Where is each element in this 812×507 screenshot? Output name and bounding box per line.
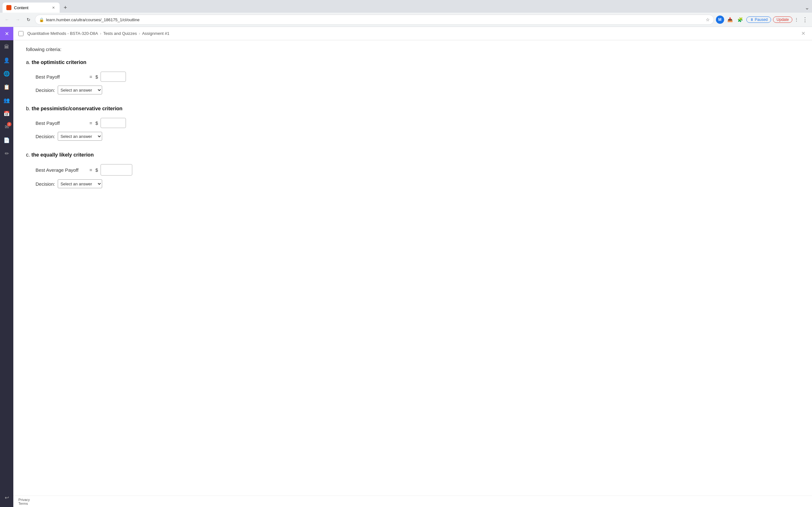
decision-label-b: Decision: — [36, 134, 55, 139]
sidebar-item-globe[interactable]: 🌐 — [0, 67, 13, 80]
paused-button[interactable]: ⏸ Paused — [746, 16, 771, 23]
breadcrumb-course[interactable]: Quantitative Methods - BSTA-320-D8A — [27, 31, 98, 36]
profile-icon: 👤 — [3, 57, 10, 63]
reload-button[interactable]: ↻ — [24, 15, 33, 24]
bookmark-icon[interactable]: ☆ — [706, 17, 710, 22]
dollar-b: $ — [96, 120, 98, 126]
extension-icon-2[interactable]: 🧩 — [736, 15, 745, 24]
decision-label-a: Decision: — [36, 88, 55, 93]
tab-favicon — [6, 5, 11, 10]
tab-bar: Content ✕ + ⌄ — [0, 0, 812, 13]
sidebar-item-calendar[interactable]: 📅 — [0, 107, 13, 120]
lock-icon: 🔒 — [39, 17, 44, 22]
update-more-icon[interactable]: ⋮ — [794, 17, 799, 22]
intro-text: following criteria: — [26, 47, 799, 52]
payoff-input-c[interactable] — [101, 164, 132, 176]
sidebar-item-grades[interactable]: 📄 — [0, 133, 13, 147]
calendar-icon: 📅 — [3, 111, 10, 117]
criterion-text-b: the pessimistic/conservative criterion — [32, 106, 122, 111]
browser-chrome: Content ✕ + ⌄ ← → ↻ 🔒 learn.humber.ca/ul… — [0, 0, 812, 27]
main-content: following criteria: a. the optimistic cr… — [13, 40, 812, 496]
breadcrumb-checkbox[interactable] — [18, 31, 23, 36]
equals-c: = — [90, 167, 92, 173]
update-button[interactable]: Update — [773, 16, 792, 23]
sidebar-close-button[interactable]: ✕ — [0, 27, 13, 40]
sidebar-bottom: ↩ — [0, 491, 13, 507]
sidebar-item-institution[interactable]: 🏛 — [0, 40, 13, 54]
criterion-prefix-a: a. — [26, 60, 32, 65]
field-row-c: Best Average Payoff = $ — [36, 164, 799, 176]
payoff-label-a: Best Payoff — [36, 74, 86, 79]
decision-row-a: Decision: Select an answer — [36, 86, 799, 95]
criterion-prefix-c: c. — [26, 152, 32, 158]
payoff-label-c: Best Average Payoff — [36, 167, 86, 173]
update-label: Update — [776, 17, 789, 22]
sidebar-item-list[interactable]: 📋 — [0, 80, 13, 94]
payoff-input-b[interactable] — [101, 118, 126, 128]
close-icon: ✕ — [5, 31, 9, 37]
list-icon: 📋 — [3, 84, 10, 90]
criterion-label-c: c. the equally likely criterion — [26, 152, 799, 158]
sidebar-item-edit[interactable]: ✏ — [0, 147, 13, 160]
decision-select-b[interactable]: Select an answer — [58, 132, 102, 141]
sidebar-item-back[interactable]: ↩ — [0, 491, 13, 504]
browser-menu-button[interactable]: ⋮ — [801, 15, 809, 24]
breadcrumb-assignment: Assignment #1 — [142, 31, 169, 36]
decision-row-c: Decision: Select an answer — [36, 179, 799, 188]
decision-label-c: Decision: — [36, 181, 55, 187]
sidebar-item-profile[interactable]: 👤 — [0, 54, 13, 67]
institution-icon: 🏛 — [4, 44, 9, 50]
address-icons: ☆ — [706, 17, 710, 22]
criterion-text-a: the optimistic criterion — [32, 60, 86, 65]
active-tab[interactable]: Content ✕ — [3, 3, 60, 13]
privacy-footer: Privacy Terms — [13, 496, 812, 507]
sidebar: ✕ 🏛 👤 🌐 📋 👥 📅 ✉ 2 📄 ✏ — [0, 27, 13, 507]
groups-icon: 👥 — [3, 97, 10, 103]
new-tab-button[interactable]: + — [61, 3, 70, 12]
tab-close-button[interactable]: ✕ — [51, 5, 56, 10]
criterion-label-b: b. the pessimistic/conservative criterio… — [26, 106, 799, 112]
criterion-text-c: the equally likely criterion — [32, 152, 94, 158]
edit-icon: ✏ — [5, 151, 9, 157]
address-bar-row: ← → ↻ 🔒 learn.humber.ca/ultra/courses/_1… — [0, 13, 812, 26]
dollar-c: $ — [96, 167, 98, 173]
back-icon: ↩ — [5, 495, 9, 501]
breadcrumb-close-button[interactable]: ✕ — [799, 30, 807, 38]
window-menu-icon[interactable]: ⌄ — [805, 4, 809, 11]
url-text: learn.humber.ca/ultra/courses/_186175_1/… — [46, 17, 704, 22]
extension-icon-1[interactable]: 📥 — [726, 15, 734, 24]
criterion-prefix-b: b. — [26, 106, 32, 111]
app-wrapper: ✕ 🏛 👤 🌐 📋 👥 📅 ✉ 2 📄 ✏ — [0, 27, 812, 507]
forward-button[interactable]: → — [13, 15, 22, 24]
browser-right-icons: M 📥 🧩 ⏸ Paused Update ⋮ ⋮ — [716, 15, 809, 24]
field-row-b: Best Payoff = $ — [36, 118, 799, 128]
breadcrumb-sep-1: › — [100, 31, 101, 36]
sidebar-item-groups[interactable]: 👥 — [0, 94, 13, 107]
mail-badge: 2 — [7, 122, 11, 126]
equals-b: = — [90, 120, 92, 126]
criterion-section-b: b. the pessimistic/conservative criterio… — [26, 106, 799, 141]
paused-label: Paused — [755, 17, 768, 22]
terms-link[interactable]: Terms — [18, 502, 28, 505]
decision-select-a[interactable]: Select an answer — [58, 86, 102, 95]
criterion-section-c: c. the equally likely criterion Best Ave… — [26, 152, 799, 188]
field-row-a: Best Payoff = $ — [36, 72, 799, 82]
breadcrumb-bar: Quantitative Methods - BSTA-320-D8A › Te… — [13, 27, 812, 40]
dollar-a: $ — [96, 74, 98, 79]
criterion-label-a: a. the optimistic criterion — [26, 60, 799, 65]
profile-avatar[interactable]: M — [716, 15, 724, 24]
payoff-input-a[interactable] — [101, 72, 126, 82]
decision-select-c[interactable]: Select an answer — [58, 179, 102, 188]
equals-a: = — [90, 74, 92, 79]
back-button[interactable]: ← — [3, 15, 11, 24]
privacy-link[interactable]: Privacy — [18, 498, 30, 502]
criterion-section-a: a. the optimistic criterion Best Payoff … — [26, 60, 799, 95]
globe-icon: 🌐 — [3, 71, 10, 77]
sidebar-item-mail[interactable]: ✉ 2 — [0, 120, 13, 133]
breadcrumb-section[interactable]: Tests and Quizzes — [103, 31, 137, 36]
right-panel: Quantitative Methods - BSTA-320-D8A › Te… — [13, 27, 812, 507]
breadcrumb-sep-2: › — [139, 31, 140, 36]
decision-row-b: Decision: Select an answer — [36, 132, 799, 141]
paused-icon: ⏸ — [750, 17, 754, 22]
address-bar[interactable]: 🔒 learn.humber.ca/ultra/courses/_186175_… — [35, 14, 714, 25]
